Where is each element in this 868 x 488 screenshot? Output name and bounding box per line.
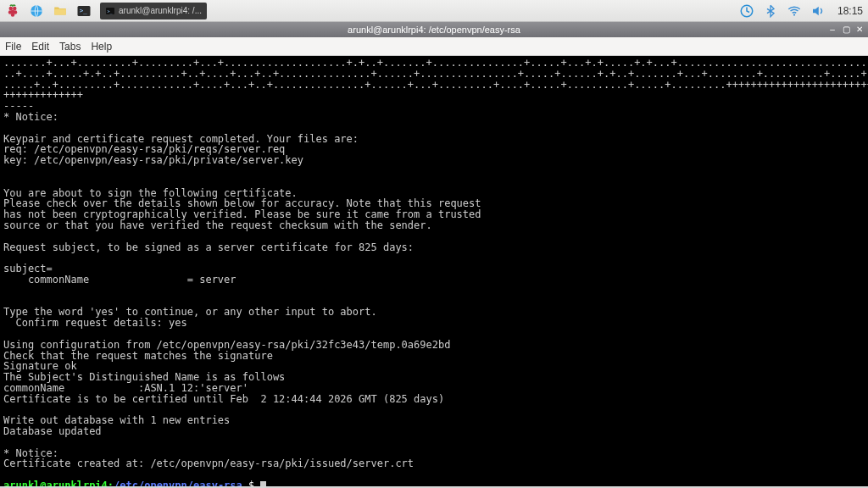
menu-tabs[interactable]: Tabs bbox=[59, 41, 81, 53]
terminal-line: +++++++++++++ bbox=[3, 90, 865, 101]
updates-icon[interactable] bbox=[739, 3, 754, 19]
terminal-line: source or that you have verified the req… bbox=[3, 220, 865, 231]
menu-help[interactable]: Help bbox=[91, 41, 112, 53]
terminal-line: Request subject, to be signed as a serve… bbox=[3, 242, 865, 253]
prompt-user: arunkl@arunklrpi4 bbox=[3, 480, 108, 486]
taskbar-right: 18:15 bbox=[739, 3, 863, 19]
window-titlebar[interactable]: arunkl@arunklrpi4: /etc/openvpn/easy-rsa… bbox=[0, 22, 868, 37]
terminal-line: Certificate is to be certified until Feb… bbox=[3, 394, 865, 405]
terminal-line: ----- bbox=[3, 101, 865, 112]
terminal-line: .......+...+.........+.........+...+....… bbox=[3, 58, 865, 69]
terminal-line bbox=[3, 123, 865, 134]
web-browser-icon[interactable] bbox=[29, 3, 44, 19]
terminal[interactable]: .......+...+.........+.........+...+....… bbox=[0, 56, 868, 486]
prompt-dollar: $ bbox=[242, 480, 261, 486]
prompt-separator: : bbox=[108, 480, 114, 486]
terminal-line: .....+..+.........+............+....+...… bbox=[3, 80, 865, 91]
terminal-line: commonName = server bbox=[3, 274, 865, 286]
terminal-line bbox=[3, 252, 865, 263]
terminal-line bbox=[3, 231, 865, 242]
terminal-line: commonName :ASN.1 12:'server' bbox=[3, 383, 865, 394]
terminal-line bbox=[3, 329, 865, 340]
wifi-icon[interactable] bbox=[787, 3, 802, 19]
terminal-line: Using configuration from /etc/openvpn/ea… bbox=[3, 340, 865, 351]
terminal-launcher-icon[interactable]: >_ bbox=[76, 3, 92, 19]
taskbar-left: >_ >_ arunkl@arunklrpi4: /... bbox=[5, 3, 207, 19]
terminal-line: The Subject's Distinguished Name is as f… bbox=[3, 372, 865, 383]
menubar: File Edit Tabs Help bbox=[0, 37, 868, 56]
terminal-line bbox=[3, 177, 865, 188]
terminal-line bbox=[3, 437, 865, 448]
terminal-line: Certificate created at: /etc/openvpn/eas… bbox=[3, 458, 865, 469]
menu-file[interactable]: File bbox=[5, 41, 21, 53]
terminal-line: key: /etc/openvpn/easy-rsa/pki/private/s… bbox=[3, 155, 865, 166]
volume-icon[interactable] bbox=[810, 3, 826, 19]
svg-text:>_: >_ bbox=[108, 8, 114, 14]
taskbar-task-terminal[interactable]: >_ arunkl@arunklrpi4: /... bbox=[100, 3, 207, 19]
taskbar: >_ >_ arunkl@arunklrpi4: /... 18:15 bbox=[0, 0, 868, 22]
terminal-line: Confirm request details: yes bbox=[3, 318, 865, 329]
terminal-line bbox=[3, 166, 865, 177]
svg-point-1 bbox=[13, 6, 17, 10]
maximize-button[interactable]: ▢ bbox=[841, 24, 851, 34]
prompt-path: /etc/openvpn/easy-rsa bbox=[114, 480, 242, 486]
terminal-cursor bbox=[260, 481, 266, 486]
raspberry-menu-icon[interactable] bbox=[5, 3, 20, 19]
task-label: arunkl@arunklrpi4: /... bbox=[119, 6, 202, 15]
svg-point-0 bbox=[9, 6, 14, 10]
svg-point-5 bbox=[11, 13, 15, 17]
bluetooth-icon[interactable] bbox=[763, 3, 778, 19]
file-manager-icon[interactable] bbox=[53, 3, 68, 19]
terminal-line: Check that the request matches the signa… bbox=[3, 351, 865, 362]
svg-text:>_: >_ bbox=[80, 7, 88, 14]
close-button[interactable]: ✕ bbox=[854, 24, 865, 34]
terminal-line: Write out database with 1 new entries bbox=[3, 415, 865, 426]
terminal-line bbox=[3, 286, 865, 297]
menu-edit[interactable]: Edit bbox=[31, 41, 49, 53]
clock[interactable]: 18:15 bbox=[837, 5, 863, 17]
window-controls: – ▢ ✕ bbox=[827, 24, 865, 34]
svg-rect-7 bbox=[54, 8, 66, 14]
svg-point-13 bbox=[793, 14, 795, 15]
terminal-line: * Notice: bbox=[3, 112, 865, 123]
terminal-prompt[interactable]: arunkl@arunklrpi4:/etc/openvpn/easy-rsa … bbox=[3, 480, 865, 486]
terminal-line: ..+....+.....+.+..+..........+..+....+..… bbox=[3, 69, 865, 80]
terminal-mini-icon: >_ bbox=[105, 6, 115, 16]
terminal-line: Database updated bbox=[3, 426, 865, 437]
minimize-button[interactable]: – bbox=[827, 24, 837, 34]
window-title: arunkl@arunklrpi4: /etc/openvpn/easy-rsa bbox=[348, 25, 520, 35]
